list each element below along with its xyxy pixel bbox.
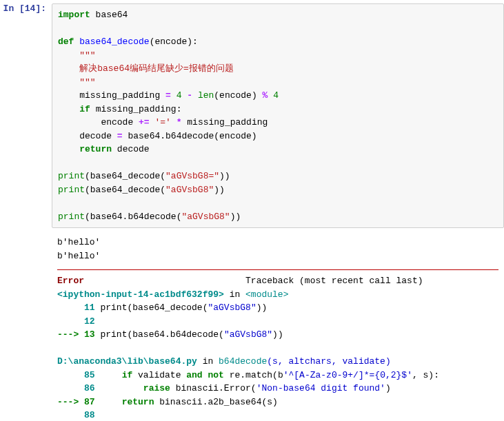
traceback: Error Traceback (most recent call last) … xyxy=(57,274,498,421)
input-prompt: In [14]: xyxy=(0,3,52,228)
code-area[interactable]: import base64 def base64_decode(encode):… xyxy=(52,3,504,228)
code-content: import base64 def base64_decode(encode):… xyxy=(58,8,498,223)
output-area: b'hello' b'hello' Error Traceback (most … xyxy=(52,232,504,421)
traceback-rule xyxy=(57,269,498,270)
output-cell: b'hello' b'hello' Error Traceback (most … xyxy=(0,228,504,421)
stdout: b'hello' b'hello' xyxy=(57,236,498,263)
input-cell: In [14]: import base64 def base64_decode… xyxy=(0,0,504,228)
output-prompt-spacer xyxy=(0,232,52,421)
